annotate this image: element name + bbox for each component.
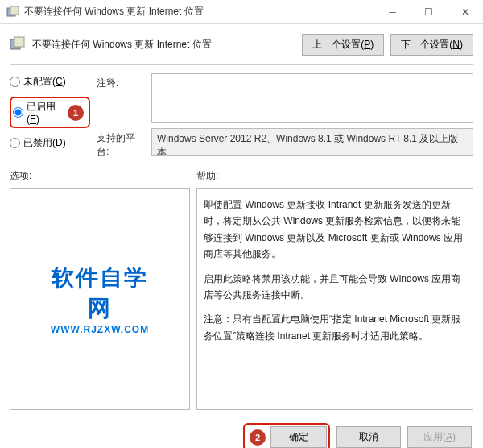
policy-title: 不要连接任何 Windows 更新 Internet 位置 [32,38,302,52]
help-paragraph: 启用此策略将禁用该功能，并且可能会导致 Windows 应用商店等公共服务连接中… [204,271,466,304]
radio-disabled[interactable]: 已禁用(D) [10,136,90,150]
titlebar: 不要连接任何 Windows 更新 Internet 位置 ─ ☐ ✕ [0,0,483,24]
radio-enabled[interactable]: 已启用(E) [13,100,63,125]
radio-not-configured-input[interactable] [10,77,20,87]
supported-platform-box: Windows Server 2012 R2、Windows 8.1 或 Win… [151,128,473,156]
platform-label: 支持的平台: [97,128,147,159]
radio-not-configured[interactable]: 未配置(C) [10,75,90,89]
options-label: 选项: [10,169,196,183]
panel-labels: 选项: 帮助: [0,164,483,185]
prev-setting-button[interactable]: 上一个设置(P) [302,34,384,56]
radio-enabled-input[interactable] [13,107,23,118]
window-title: 不要连接任何 Windows 更新 Internet 位置 [24,5,374,19]
state-radio-group: 未配置(C) 已启用(E) 1 已禁用(D) [10,73,90,159]
apply-button[interactable]: 应用(A) [407,426,472,448]
ok-button[interactable]: 确定 [270,426,327,448]
gpo-icon [10,36,26,52]
gpo-icon [6,6,19,19]
dialog-footer: 2 确定 取消 应用(A) [0,417,483,448]
options-panel: 软件自学网 WWW.RJZXW.COM [10,188,190,410]
watermark-text: 软件自学网 [51,263,149,324]
annotation-badge-2: 2 [250,429,266,446]
window-controls: ─ ☐ ✕ [374,0,483,24]
watermark-url: WWW.RJZXW.COM [51,324,149,335]
svg-rect-1 [10,6,19,15]
annotation-2: 2 确定 [243,423,330,448]
maximize-button[interactable]: ☐ [411,0,447,24]
help-paragraph: 注意：只有当配置此电脑使用“指定 Intranet Microsoft 更新服务… [204,311,466,344]
svg-rect-3 [14,37,24,47]
config-area: 未配置(C) 已启用(E) 1 已禁用(D) 注释: 支持的平台: Window… [0,65,483,164]
radio-disabled-input[interactable] [10,138,20,148]
help-label: 帮助: [196,169,218,183]
comment-textarea[interactable] [151,73,473,123]
help-paragraph: 即使配置 Windows 更新接收 Intranet 更新服务发送的更新时，将定… [204,197,466,263]
annotation-badge-1: 1 [68,105,84,121]
policy-header: 不要连接任何 Windows 更新 Internet 位置 上一个设置(P) 下… [0,24,483,64]
minimize-button[interactable]: ─ [374,0,411,24]
comment-label: 注释: [97,73,147,123]
watermark: 软件自学网 WWW.RJZXW.COM [51,263,149,335]
panels: 软件自学网 WWW.RJZXW.COM 即使配置 Windows 更新接收 In… [0,185,483,417]
next-setting-button[interactable]: 下一个设置(N) [390,34,473,56]
annotation-1: 已启用(E) 1 [10,97,90,128]
cancel-button[interactable]: 取消 [336,426,401,448]
help-panel[interactable]: 即使配置 Windows 更新接收 Intranet 更新服务发送的更新时，将定… [196,188,473,410]
close-button[interactable]: ✕ [447,0,483,24]
